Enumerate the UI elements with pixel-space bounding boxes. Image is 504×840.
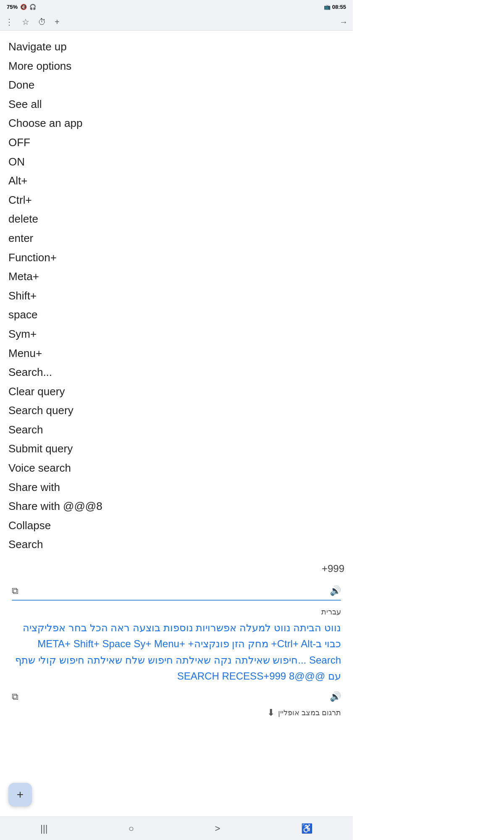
list-item: Clear query [8, 382, 344, 402]
status-bar: 75% 🔇 🎧 📺 08:55 [0, 0, 353, 13]
list-item: ON [8, 152, 344, 172]
fab-icon: + [17, 788, 24, 801]
list-item: Ctrl+ [8, 191, 344, 210]
list-item: Share with @@@8 [8, 497, 344, 516]
menu-nav-icon[interactable]: ||| [40, 823, 47, 834]
copy-icon-bottom[interactable]: ⧉ [12, 691, 18, 702]
main-content: Navigate up More options Done See all Ch… [0, 31, 353, 733]
screen-icon: 📺 [324, 4, 331, 10]
word-list: Navigate up More options Done See all Ch… [8, 37, 344, 554]
offline-icon: ⬇ [267, 707, 275, 718]
list-item: Voice search [8, 459, 344, 478]
count-badge: +999 [8, 563, 344, 575]
divider [12, 600, 341, 601]
translation-card: ⧉ 🔊 עברית נווט הביתה נווט למעלה אפשרויות… [8, 581, 344, 727]
offline-label: תרגום במצב אופליין [278, 708, 341, 717]
bottom-nav: ||| ○ > ♿ [0, 816, 353, 840]
list-item: OFF [8, 133, 344, 152]
status-right: 📺 08:55 [324, 4, 346, 10]
card-top-actions: ⧉ 🔊 [8, 585, 344, 600]
battery-percentage: 75% [7, 4, 18, 10]
list-item: Function+ [8, 248, 344, 268]
sound-icon-top[interactable]: 🔊 [330, 585, 341, 596]
list-item: enter [8, 229, 344, 248]
more-options-icon[interactable]: ⋮ [5, 17, 13, 27]
list-item: Search... [8, 363, 344, 382]
headset-icon: 🎧 [29, 4, 36, 10]
list-item: Search query [8, 401, 344, 420]
forward-icon[interactable]: → [339, 17, 348, 27]
fab-button[interactable]: + [8, 783, 32, 806]
history-icon[interactable]: ⏱ [38, 17, 46, 27]
list-item: Choose an app [8, 114, 344, 133]
list-item: Search [8, 420, 344, 440]
list-item: Done [8, 76, 344, 95]
list-item: More options [8, 57, 344, 76]
list-item: Alt+ [8, 171, 344, 191]
list-item: See all [8, 95, 344, 114]
mute-icon: 🔇 [20, 4, 27, 10]
list-item: Submit query [8, 439, 344, 459]
language-label: עברית [8, 607, 344, 617]
sound-icon-bottom[interactable]: 🔊 [330, 691, 341, 702]
list-item: Meta+ [8, 267, 344, 286]
home-nav-icon[interactable]: ○ [129, 823, 134, 834]
list-item: Navigate up [8, 37, 344, 57]
offline-note: ⬇ תרגום במצב אופליין [8, 702, 344, 718]
list-item: space [8, 305, 344, 325]
nav-bar: ⋮ ☆ ⏱ + → [0, 13, 353, 31]
list-item: Shift+ [8, 286, 344, 306]
list-item: Share with [8, 478, 344, 497]
new-tab-icon[interactable]: + [55, 17, 60, 27]
status-left: 75% 🔇 🎧 [7, 4, 36, 10]
accessibility-nav-icon[interactable]: ♿ [301, 823, 312, 834]
hebrew-translation: נווט הביתה נווט למעלה אפשרויות נוספות בו… [8, 620, 344, 685]
list-item: Collapse [8, 516, 344, 536]
copy-icon-top[interactable]: ⧉ [12, 585, 18, 596]
list-item: Search [8, 535, 344, 554]
back-nav-icon[interactable]: > [215, 823, 220, 834]
list-item: Sym+ [8, 325, 344, 344]
time-display: 08:55 [332, 4, 346, 10]
bookmark-icon[interactable]: ☆ [22, 17, 29, 27]
card-bottom-actions: ⧉ 🔊 [8, 691, 344, 702]
list-item: delete [8, 210, 344, 229]
list-item: Menu+ [8, 344, 344, 363]
